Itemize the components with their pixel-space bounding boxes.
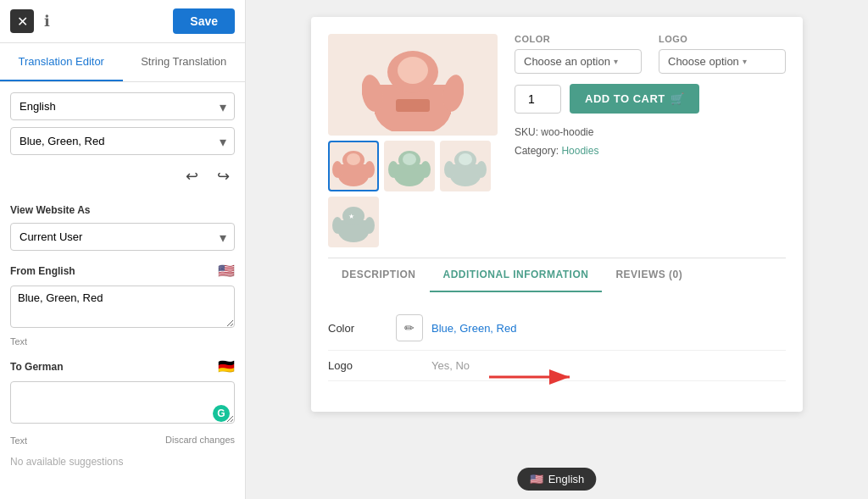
quantity-input[interactable] [515, 85, 561, 114]
sku-category-info: SKU: woo-hoodie Category: Hoodies [515, 124, 786, 160]
product-tabs-row: DESCRIPTION ADDITIONAL INFORMATION REVIE… [328, 258, 786, 292]
undo-button[interactable]: ↩ [181, 165, 203, 187]
svg-point-14 [347, 153, 360, 165]
panel-content: English German French Blue, Green, Red B… [0, 82, 245, 478]
ptab-additional[interactable]: ADDITIONAL INFORMATION [430, 258, 603, 292]
svg-point-24 [476, 161, 487, 178]
thumb-3[interactable] [440, 141, 491, 191]
svg-point-7 [398, 57, 428, 84]
close-button[interactable]: ✕ [10, 9, 34, 33]
view-as-select[interactable]: Current User Guest [10, 223, 235, 251]
svg-rect-8 [396, 99, 430, 112]
redo-button[interactable]: ↪ [212, 165, 235, 187]
to-field-type: Text [10, 435, 27, 446]
svg-point-29 [332, 217, 342, 234]
to-footer-row: Text Discard changes [10, 434, 235, 446]
color-option-label: COLOR [515, 34, 642, 44]
bottom-bar: 🇺🇸 English [518, 468, 597, 491]
thumb-row [328, 141, 498, 191]
svg-point-18 [420, 161, 431, 178]
svg-point-17 [388, 161, 398, 178]
undo-redo-bar: ↩ ↪ [10, 162, 235, 191]
color-option-select[interactable]: Choose an option ▾ [515, 49, 642, 74]
category-link[interactable]: Hoodies [561, 145, 598, 157]
svg-point-23 [444, 161, 454, 178]
svg-point-11 [332, 161, 342, 178]
category-line: Category: Hoodies [515, 142, 786, 161]
logo-option-label: LOGO [659, 34, 786, 44]
logo-option-select[interactable]: Choose option ▾ [659, 49, 786, 74]
from-flag: 🇺🇸 [218, 263, 235, 279]
svg-point-12 [364, 161, 375, 178]
info-icon[interactable]: ℹ [44, 12, 50, 30]
to-section: G [10, 381, 235, 427]
to-flag: 🇩🇪 [218, 358, 235, 374]
color-chevron-icon: ▾ [614, 57, 618, 66]
from-lang-label: From English [10, 265, 75, 277]
attr-color-name: Color [328, 322, 396, 335]
thumb-2[interactable] [384, 141, 435, 191]
from-text-area[interactable] [10, 286, 235, 328]
ptab-description[interactable]: DESCRIPTION [328, 258, 430, 292]
svg-point-30 [364, 217, 375, 234]
product-images: ★ [328, 34, 498, 247]
variant-select-wrapper: Blue, Green, Red Blue Green Red [10, 127, 235, 155]
logo-option-group: LOGO Choose option ▾ [659, 34, 786, 74]
language-select[interactable]: English German French [10, 92, 235, 120]
no-suggestions: No available suggestions [10, 456, 235, 468]
left-header: ✕ ℹ Save [0, 0, 245, 43]
save-button[interactable]: Save [173, 8, 235, 34]
logo-option-text: Choose option [668, 55, 739, 68]
discard-link[interactable]: Discard changes [165, 435, 235, 445]
to-lang-row: To German 🇩🇪 [10, 358, 235, 374]
thumb-1[interactable] [328, 141, 379, 191]
add-to-cart-row: ADD TO CART 🛒 [515, 84, 786, 114]
sku-label: SKU: [515, 126, 538, 138]
product-top: ★ COLOR Choose an option ▾ [328, 34, 786, 247]
thumb-4[interactable]: ★ [328, 197, 379, 247]
logo-chevron-icon: ▾ [743, 57, 747, 66]
red-arrow [485, 364, 578, 393]
view-as-label: View Website As [10, 204, 235, 216]
to-lang-label: To German [10, 361, 63, 373]
svg-text:★: ★ [348, 213, 354, 220]
view-as-select-wrapper: Current User Guest [10, 223, 235, 251]
right-panel: ★ COLOR Choose an option ▾ [246, 0, 868, 499]
svg-point-26 [459, 153, 472, 165]
sku-value: woo-hoodie [541, 126, 593, 138]
extra-thumb-row: ★ [328, 197, 498, 247]
color-option-text: Choose an option [524, 55, 610, 68]
svg-point-20 [403, 153, 416, 165]
attr-color-value: Blue, Green, Red [431, 322, 516, 335]
bottom-bar-language: English [548, 473, 585, 485]
color-option-group: COLOR Choose an option ▾ [515, 34, 642, 74]
product-details: COLOR Choose an option ▾ LOGO Choose opt… [515, 34, 786, 247]
header-icons: ✕ ℹ [10, 9, 50, 33]
attr-logo-name: Logo [328, 359, 396, 372]
language-select-wrapper: English German French [10, 92, 235, 120]
attr-color-edit-button[interactable]: ✏ [396, 314, 423, 341]
from-lang-row: From English 🇺🇸 [10, 263, 235, 279]
cart-icon: 🛒 [670, 92, 685, 105]
from-field-type: Text [10, 336, 235, 347]
sku-line: SKU: woo-hoodie [515, 124, 786, 142]
tab-translation-editor[interactable]: Translation Editor [0, 43, 123, 81]
to-text-area[interactable] [10, 381, 235, 424]
grammarly-icon: G [213, 405, 230, 422]
tab-string-translation[interactable]: String Translation [123, 43, 246, 81]
product-options: COLOR Choose an option ▾ LOGO Choose opt… [515, 34, 786, 74]
add-to-cart-button[interactable]: ADD TO CART 🛒 [570, 84, 699, 114]
attr-row-color: Color ✏ Blue, Green, Red [328, 306, 786, 351]
main-product-image [328, 34, 498, 136]
left-panel: ✕ ℹ Save Translation Editor String Trans… [0, 0, 246, 499]
bottom-bar-flag: 🇺🇸 [530, 473, 543, 485]
add-to-cart-label: ADD TO CART [585, 92, 665, 105]
product-card: ★ COLOR Choose an option ▾ [311, 17, 803, 412]
tab-bar: Translation Editor String Translation [0, 43, 245, 82]
attr-logo-value: Yes, No [431, 359, 470, 372]
category-label: Category: [515, 145, 559, 157]
ptab-reviews[interactable]: REVIEWS (0) [602, 258, 696, 292]
variant-select[interactable]: Blue, Green, Red Blue Green Red [10, 127, 235, 155]
